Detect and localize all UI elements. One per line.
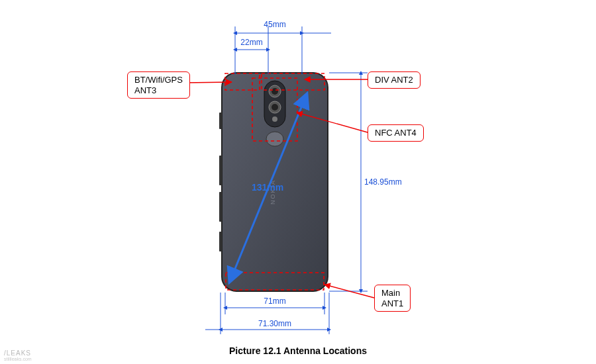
callout-ant2-text: DIV ANT2	[375, 75, 413, 85]
diagram-stage: NOKIA	[0, 0, 596, 364]
svg-point-11	[266, 132, 283, 146]
diagram-svg: NOKIA	[0, 0, 596, 364]
svg-point-9	[272, 104, 278, 111]
watermark-text: /LEAKS	[4, 349, 31, 357]
callout-ant4-text: NFC ANT4	[375, 128, 417, 138]
callout-ant3-line2: ANT3	[134, 85, 156, 95]
dim-diagonal: 131mm	[252, 182, 283, 193]
callout-ant1: Main ANT1	[374, 285, 411, 312]
dim-height: 148.95mm	[364, 177, 411, 187]
callout-ant4: NFC ANT4	[368, 124, 424, 142]
svg-point-7	[272, 88, 278, 95]
callout-ant2: DIV ANT2	[368, 71, 421, 89]
svg-rect-3	[219, 192, 222, 222]
callout-ant1-line1: Main	[381, 288, 400, 298]
svg-rect-4	[219, 232, 222, 251]
watermark-sub: stillleaks.com	[4, 357, 32, 361]
svg-rect-1	[219, 113, 222, 129]
svg-rect-2	[219, 156, 222, 185]
dim-width-inner: 71mm	[258, 296, 291, 306]
callout-ant1-line2: ANT1	[381, 298, 403, 308]
figure-caption: Picture 12.1 Antenna Locations	[0, 345, 596, 356]
dim-width-outer: 71.30mm	[255, 319, 295, 328]
svg-point-10	[272, 116, 277, 122]
watermark: /LEAKS stillleaks.com	[4, 349, 32, 361]
callout-ant3: BT/Wifi/GPS ANT3	[127, 71, 190, 99]
dim-top-large: 45mm	[262, 20, 288, 29]
callout-ant3-line1: BT/Wifi/GPS	[134, 75, 183, 85]
dim-top-small: 22mm	[238, 38, 265, 47]
